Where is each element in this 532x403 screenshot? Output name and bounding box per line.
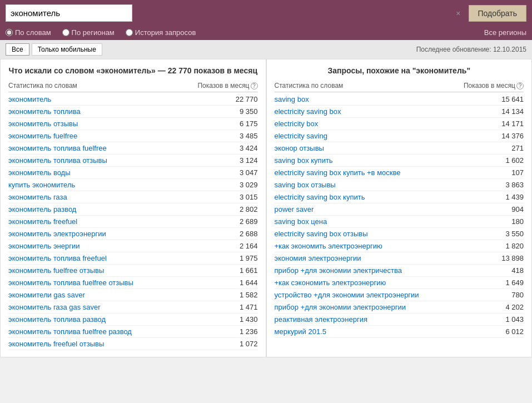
count-value: 3 550 <box>490 230 524 238</box>
count-value: 3 029 <box>225 181 258 189</box>
table-row: electricity saving box купить +в москве1… <box>275 167 524 179</box>
filter-bar: Все Только мобильные Последнее обновлени… <box>0 40 532 59</box>
count-value: 2 688 <box>225 230 258 238</box>
count-value: 2 802 <box>225 205 258 213</box>
count-value: 1 471 <box>225 303 258 311</box>
search-button[interactable]: Подобрать <box>469 5 527 22</box>
term-link[interactable]: реактивная электроэнергия <box>275 315 367 324</box>
term-link[interactable]: electricity saving box отзывы <box>275 230 368 238</box>
term-link[interactable]: saving box цена <box>275 217 327 226</box>
table-row: экономитель воды3 047 <box>8 167 258 179</box>
count-value: 22 770 <box>225 95 258 103</box>
left-info-icon[interactable]: ? <box>251 82 258 89</box>
term-link[interactable]: electricity box <box>275 120 319 128</box>
table-row: экономия электроэнергии13 898 <box>275 252 524 265</box>
filter-left: Все Только мобильные <box>6 43 102 56</box>
table-row: electricity box14 171 <box>275 118 524 130</box>
table-row: +как экономить электроэнергию1 820 <box>275 240 524 252</box>
right-info-icon[interactable]: ? <box>516 82 524 89</box>
term-link[interactable]: экономия электроэнергии <box>275 254 361 262</box>
term-link[interactable]: прибор +для экономии электричества <box>275 266 402 275</box>
left-table-header: Статистика по словам Показов в месяц ? <box>8 82 258 92</box>
filter-all-button[interactable]: Все <box>6 43 29 56</box>
term-link[interactable]: electricity saving box купить +в москве <box>275 168 401 177</box>
count-value: 1 649 <box>490 278 524 287</box>
term-link[interactable]: electricity saving box <box>275 107 341 116</box>
term-link[interactable]: экономитель freefuel отзывы <box>8 340 104 348</box>
right-table-header: Статистика по словам Показов в месяц ? <box>275 82 524 92</box>
table-row: saving box цена180 <box>275 216 524 228</box>
term-link[interactable]: экономитель freefuel <box>8 217 77 226</box>
term-link[interactable]: +как экономить электроэнергию <box>275 242 382 250</box>
radio-by-words[interactable]: По словам <box>6 28 51 37</box>
count-value: 1 439 <box>490 193 524 201</box>
count-value: 271 <box>490 144 524 152</box>
count-value: 1 236 <box>225 327 258 336</box>
term-link[interactable]: экономитель электроэнергии <box>8 230 106 238</box>
count-value: 107 <box>490 168 524 177</box>
term-link[interactable]: экономитель воды <box>8 168 71 177</box>
term-link[interactable]: экономители gas saver <box>8 291 85 299</box>
count-value: 2 164 <box>225 242 258 250</box>
term-link[interactable]: прибор +для экономии электроэнергии <box>275 303 406 311</box>
term-link[interactable]: saving box купить <box>275 156 333 165</box>
table-row: прибор +для экономии электричества418 <box>275 265 524 277</box>
term-link[interactable]: устройство +для экономии электроэнергии <box>275 291 419 299</box>
term-link[interactable]: +как сэкономить электроэнергию <box>275 278 386 287</box>
update-date: Последнее обновление: 12.10.2015 <box>416 46 526 53</box>
table-row: купить экономитель3 029 <box>8 179 258 191</box>
count-value: 1 975 <box>225 254 258 262</box>
term-link[interactable]: saving box отзывы <box>275 181 336 189</box>
term-link[interactable]: экономитель отзывы <box>8 120 78 128</box>
term-link[interactable]: экономитель топлива fuelfree <box>8 144 107 152</box>
left-col-shows-header: Показов в месяц ? <box>197 82 257 89</box>
term-link[interactable]: electricity saving box купить <box>275 193 365 201</box>
table-row: electricity saving14 376 <box>275 130 524 142</box>
table-row: экономитель freefuel отзывы1 072 <box>8 338 258 350</box>
term-link[interactable]: экономитель топлива fuelfree развод <box>8 327 132 336</box>
radio-history[interactable]: История запросов <box>126 28 196 37</box>
term-link[interactable]: экономитель газа <box>8 193 67 201</box>
table-row: экономитель отзывы6 175 <box>8 118 258 130</box>
term-link[interactable]: экономитель развод <box>8 205 76 213</box>
count-value: 4 202 <box>490 303 524 311</box>
region-selector[interactable]: Все регионы <box>484 28 526 37</box>
radio-by-regions[interactable]: По регионам <box>62 28 115 37</box>
table-row: экономитель электроэнергии2 688 <box>8 228 258 240</box>
count-value: 6 012 <box>490 327 524 336</box>
table-row: реактивная электроэнергия1 043 <box>275 314 524 326</box>
term-link[interactable]: экономитель fuelfree отзывы <box>8 266 104 275</box>
right-col-shows-header: Показов в месяц ? <box>464 82 524 89</box>
right-panel: Запросы, похожие на "экономитель" Статис… <box>266 59 533 357</box>
term-link[interactable]: экономитель fuelfree <box>8 132 77 140</box>
right-table-rows: saving box15 641electricity saving box14… <box>275 93 524 338</box>
clear-icon[interactable]: × <box>456 9 460 18</box>
count-value: 3 485 <box>225 132 258 140</box>
term-link[interactable]: экономитель топлива <box>8 107 81 116</box>
term-link[interactable]: эконор отзывы <box>275 144 324 152</box>
count-value: 1 820 <box>490 242 524 250</box>
term-link[interactable]: экономитель топлива fuelfree отзывы <box>8 278 133 287</box>
term-link[interactable]: electricity saving <box>275 132 327 140</box>
table-row: экономитель fuelfree отзывы1 661 <box>8 265 258 277</box>
term-link[interactable]: экономитель топлива freefuel <box>8 254 107 262</box>
table-row: saving box15 641 <box>275 93 524 106</box>
count-value: 904 <box>490 205 524 213</box>
radio-by-regions-label: По регионам <box>72 28 115 37</box>
table-row: +как сэкономить электроэнергию1 649 <box>275 277 524 289</box>
term-link[interactable]: экономитель <box>8 95 51 103</box>
term-link[interactable]: экономитель топлива отзывы <box>8 156 107 165</box>
term-link[interactable]: меркурий 201.5 <box>275 327 326 336</box>
count-value: 1 072 <box>225 340 258 348</box>
term-link[interactable]: экономитель газа gas saver <box>8 303 101 311</box>
filter-mobile-button[interactable]: Только мобильные <box>32 43 102 56</box>
term-link[interactable]: экономитель энергии <box>8 242 79 250</box>
search-input[interactable] <box>6 4 132 22</box>
term-link[interactable]: saving box <box>275 95 309 103</box>
table-row: экономитель топлива9 350 <box>8 106 258 118</box>
term-link[interactable]: купить экономитель <box>8 181 75 189</box>
term-link[interactable]: power saver <box>275 205 314 213</box>
table-row: electricity saving box купить1 439 <box>275 191 524 203</box>
term-link[interactable]: экономитель топлива развод <box>8 315 106 324</box>
left-table-rows: экономитель22 770экономитель топлива9 35… <box>8 93 258 350</box>
